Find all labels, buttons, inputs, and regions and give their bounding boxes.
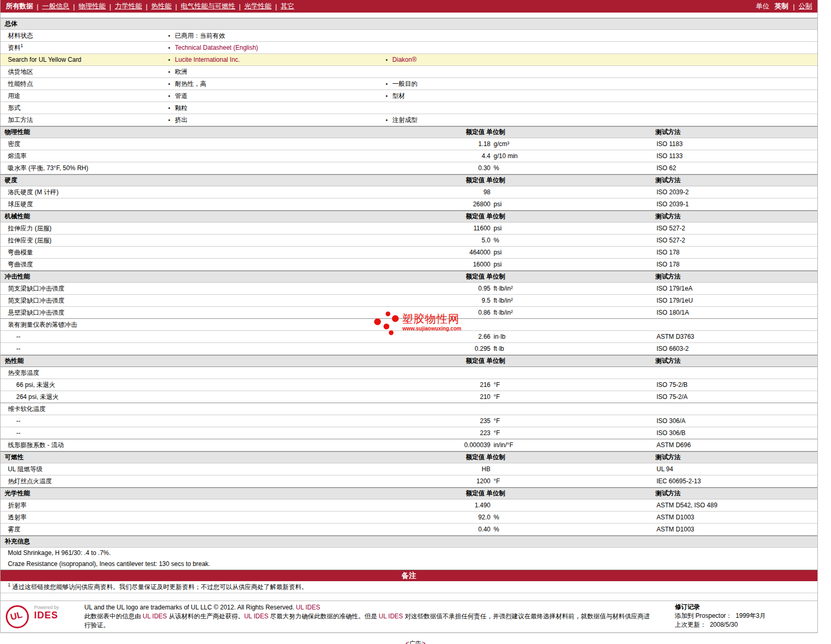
nav-tab-general-info[interactable]: 一般信息 — [42, 2, 69, 11]
test-method: ISO 527-2 — [657, 223, 685, 234]
section-header-flammability: 可燃性 额定值 单位制 测试方法 — [1, 451, 817, 463]
unit-switcher: 单位 英制 公制 — [756, 2, 812, 11]
ul-ides-link[interactable]: UL IDES — [143, 613, 167, 620]
property-value: 0.000039 — [336, 439, 490, 451]
test-method: ISO 75-2/B — [657, 379, 687, 391]
nav-separator — [176, 3, 177, 10]
nav-tab-physical[interactable]: 物理性能 — [79, 2, 106, 11]
column-header-value: 额定值 单位制 — [466, 452, 505, 463]
footnote-marker: 1 — [20, 43, 23, 48]
nav-tab-other[interactable]: 其它 — [281, 2, 294, 11]
property-label: UL 阻燃等级 — [8, 463, 42, 475]
table-row: -- 0.295 ft·lb ISO 6603-2 — [1, 343, 817, 355]
test-method: ASTM D542, ISO 489 — [657, 499, 717, 511]
datasheet-page: 所有数据 一般信息 物理性能 力学性能 热性能 电气性能与可燃性 光学性能 其它… — [0, 0, 818, 633]
ad-placeholder: <广告> — [0, 637, 831, 644]
table-row: 折射率 1.490 ASTM D542, ISO 489 — [1, 499, 817, 512]
field-value: 挤出 — [168, 114, 188, 126]
bullet-icon — [168, 45, 170, 51]
ad-bracket: < — [406, 640, 409, 644]
table-row: 吸水率 (平衡, 73°F, 50% RH) 0.30 % ISO 62 — [1, 162, 817, 174]
property-value: 26800 — [336, 198, 490, 210]
column-header-value: 额定值 单位制 — [466, 175, 505, 186]
test-method: ASTM D3763 — [657, 331, 694, 342]
section-header-thermal: 热性能 额定值 单位制 测试方法 — [1, 355, 817, 367]
table-subsection-row: 热变形温度 — [1, 367, 817, 379]
section-title: 总体 — [5, 18, 17, 29]
section-header-optical: 光学性能 额定值 单位制 测试方法 — [1, 487, 817, 499]
test-method: ISO 2039-1 — [657, 198, 688, 210]
property-label: 拉伸应力 (屈服) — [8, 223, 51, 234]
property-unit: % — [494, 162, 499, 174]
nav-tab-all-data[interactable]: 所有数据 — [6, 2, 33, 11]
spacer — [1, 593, 817, 601]
column-header-method: 测试方法 — [655, 211, 681, 222]
property-unit: °F — [494, 475, 500, 487]
field-value: Lucite International Inc. — [168, 54, 240, 65]
search-ul-yellow-card-link[interactable]: Search for UL Yellow Card — [8, 54, 81, 65]
ides-brand-label: IDES — [34, 610, 58, 621]
property-unit: ft·lb/in² — [494, 307, 513, 318]
property-value: 98 — [336, 186, 490, 198]
datasheet-link[interactable]: Technical Datasheet (English) — [175, 44, 258, 51]
section-header-general: 总体 — [1, 18, 817, 30]
column-header-method: 测试方法 — [655, 127, 681, 138]
property-label: 密度 — [8, 138, 20, 150]
ad-label: 广告 — [409, 640, 422, 644]
property-value: 0.295 — [336, 343, 490, 354]
table-row: -- 223 °F ISO 306/B — [1, 427, 817, 439]
property-label: -- — [16, 427, 20, 439]
bullet-icon — [168, 105, 170, 111]
unit-metric-button[interactable]: 公制 — [799, 2, 812, 11]
test-method: ASTM D1003 — [657, 512, 694, 523]
property-value: 235 — [336, 415, 490, 427]
ul-ides-link[interactable]: UL IDES — [244, 613, 268, 620]
field-label: 形式 — [8, 102, 20, 114]
bullet-icon — [386, 93, 388, 99]
property-unit: g/10 min — [494, 150, 518, 162]
property-unit: °F — [494, 415, 500, 427]
property-label: -- — [16, 415, 20, 427]
property-value: 9.5 — [336, 295, 490, 306]
nav-tab-electrical-flammability[interactable]: 电气性能与可燃性 — [181, 2, 235, 11]
unit-english-button[interactable]: 英制 — [775, 2, 789, 11]
nav-tab-mechanical[interactable]: 力学性能 — [115, 2, 142, 11]
property-unit: % — [494, 524, 499, 535]
property-value: HB — [336, 463, 490, 475]
table-row: -- 2.66 in·lb ASTM D3763 — [1, 331, 817, 343]
property-unit: g/cm³ — [494, 138, 509, 150]
nav-tab-thermal[interactable]: 热性能 — [151, 2, 172, 11]
property-value: 92.0 — [336, 512, 490, 523]
table-row: 弯曲强度 16000 psi ISO 178 — [1, 259, 817, 271]
bullet-icon — [386, 81, 388, 87]
table-row: 悬壁梁缺口冲击强度 0.86 ft·lb/in² ISO 180/1A — [1, 307, 817, 319]
section-header-hardness: 硬度 额定值 单位制 测试方法 — [1, 174, 817, 186]
property-unit: psi — [494, 223, 501, 234]
ul-ides-link[interactable]: UL IDES — [296, 604, 320, 611]
test-method: ISO 1133 — [657, 150, 683, 162]
section-header-impact: 冲击性能 额定值 单位制 测试方法 — [1, 271, 817, 283]
supplier-link[interactable]: Lucite International Inc. — [175, 56, 240, 63]
supplemental-note: Mold Shrinkage, H 961/30: .4 to .7%. — [1, 548, 817, 559]
table-row: 材料状态 已商用：当前有效 — [1, 30, 817, 42]
property-value: 0.30 — [336, 162, 490, 174]
nav-tabs: 所有数据 一般信息 物理性能 力学性能 热性能 电气性能与可燃性 光学性能 其它 — [6, 2, 294, 11]
property-label: 熔流率 — [8, 150, 27, 162]
nav-tab-optical[interactable]: 光学性能 — [244, 2, 271, 11]
table-row: 加工方法 挤出 注射成型 — [1, 114, 817, 126]
property-unit: °F — [494, 391, 500, 403]
bullet-icon — [168, 81, 170, 87]
table-row: 用途 管道 型材 — [1, 90, 817, 102]
column-header-method: 测试方法 — [655, 452, 681, 463]
test-method: ISO 306/B — [657, 427, 685, 439]
table-row: 性能特点 耐热性，高 一般目的 — [1, 78, 817, 90]
section-title: 机械性能 — [5, 211, 30, 222]
ul-ides-link[interactable]: UL IDES — [379, 613, 403, 620]
property-unit: ft·lb/in² — [494, 283, 513, 294]
test-method: ISO 1183 — [657, 138, 683, 150]
field-label: 加工方法 — [8, 114, 33, 126]
test-method: UL 94 — [657, 463, 673, 475]
column-header-value: 额定值 单位制 — [466, 488, 505, 499]
tradename-link[interactable]: Diakon® — [392, 56, 417, 63]
property-label: -- — [16, 343, 20, 354]
